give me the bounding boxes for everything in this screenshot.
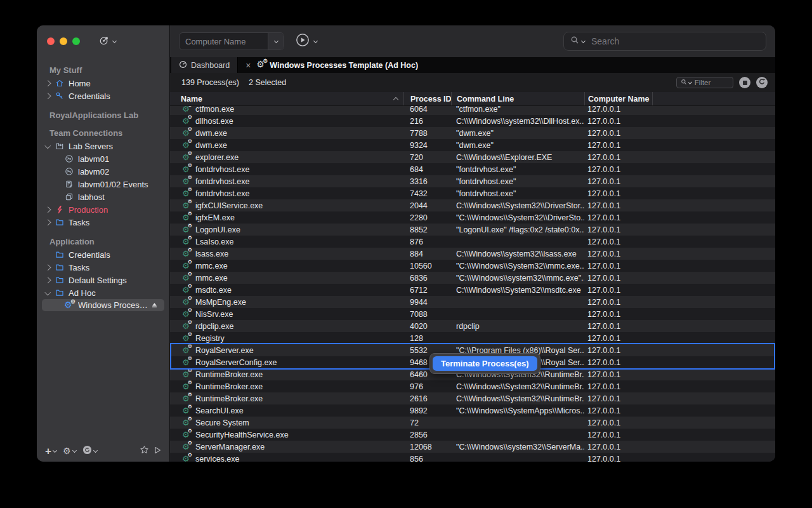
sidebar-item-ad-hoc[interactable]: Ad Hoc [37,286,169,299]
sync-menu-button[interactable] [82,445,97,457]
process-name: fontdrvhost.exe [195,165,249,174]
table-row[interactable]: ⚙⚙SecurityHealthService.exe2856127.0.0.1 [170,429,775,441]
cell-computer-name: 127.0.0.1 [584,224,653,236]
sidebar-item-home[interactable]: Home [37,77,169,90]
table-row[interactable]: ⚙⚙dwm.exe9324"dwm.exe"127.0.0.1 [170,139,775,151]
table-row[interactable]: ⚙⚙SearchUI.exe9892"C:\\Windows\\SystemAp… [170,404,775,417]
table-row[interactable]: ⚙⚙RuntimeBroker.exe2616C:\\Windows\\Syst… [170,392,775,404]
zoom-window-button[interactable] [72,37,80,45]
close-window-button[interactable] [47,37,55,45]
chevron-right-icon[interactable] [46,278,54,283]
settings-menu-button[interactable]: ⚙ [63,446,76,456]
sidebar-item-credentials[interactable]: Credentials [37,248,169,261]
table-row[interactable]: ⚙⚙fontdrvhost.exe684"fontdrvhost.exe"127… [170,163,775,175]
table-row[interactable]: ⚙⚙dllhost.exe216C:\\Windows\\system32\\D… [170,115,775,127]
table-row[interactable]: ⚙⚙ServerManager.exe12068"C:\\Windows\\sy… [170,441,775,453]
column-header-command-line[interactable]: Command Line [451,92,584,105]
chevron-right-icon[interactable] [46,220,54,225]
sidebar-item-labvm02[interactable]: labvm02 [37,165,169,178]
cell-process-id: 720 [403,151,451,163]
cell-computer-name: 127.0.0.1 [584,404,653,417]
table-row[interactable]: ⚙⚙NisSrv.exe7088127.0.0.1 [170,308,775,320]
cell-filler [653,356,775,368]
minimize-window-button[interactable] [60,37,67,45]
sidebar-footer: + ⚙ [45,445,162,457]
quick-connect-button[interactable] [99,35,116,48]
table-row[interactable]: ⚙⚙lsass.exe884C:\\Windows\\system32\\lsa… [170,248,775,260]
table-row[interactable]: ⚙⚙mmc.exe6836"C:\\Windows\\system32\\mmc… [170,272,775,284]
table-row[interactable]: ⚙⚙dwm.exe7788"dwm.exe"127.0.0.1 [170,127,775,139]
close-tab-icon[interactable]: × [246,60,251,70]
column-header-process-id[interactable]: Process ID [403,92,451,105]
sidebar-item-lab-servers[interactable]: Lab Servers [37,140,169,152]
chevron-right-icon[interactable] [46,94,54,98]
table-row[interactable]: ⚙⚙mmc.exe10560"C:\\Windows\\System32\\mm… [170,260,775,272]
table-row[interactable]: ⚙⚙rdpclip.exe4020rdpclip127.0.0.1 [170,320,775,332]
favorites-button[interactable] [140,445,149,457]
plus-icon: + [45,447,51,456]
search-field[interactable] [563,32,766,51]
cell-command-line: C:\\Windows\\System32\\RuntimeBr... [451,392,584,404]
table-row[interactable]: ⚙⚙MsMpEng.exe9944127.0.0.1 [170,296,775,308]
table-row[interactable]: ⚙⚙LogonUI.exe8852"LogonUI.exe" /flags:0x… [170,224,775,236]
table-row[interactable]: ⚙⚙Secure System72127.0.0.1 [170,417,775,429]
filter-input[interactable] [693,78,729,87]
table-row[interactable]: ⚙⚙msdtc.exe6712C:\\Windows\\System32\\ms… [170,284,775,296]
combobox-dropdown-button[interactable] [268,33,284,50]
table-row[interactable]: ⚙⚙Registry128127.0.0.1 [170,332,775,344]
table-row[interactable]: ⚙⚙fontdrvhost.exe3316"fontdrvhost.exe"12… [170,175,775,187]
table-row[interactable]: ⚙⚙ctfmon.exe6064"ctfmon.exe"127.0.0.1 [170,106,775,115]
execute-split-button[interactable] [296,33,317,50]
process-icon: ⚙⚙ [182,164,191,174]
table-row[interactable]: ⚙⚙services.exe856127.0.0.1 [170,453,775,462]
chevron-down-icon[interactable] [46,291,54,295]
table-row[interactable]: ⚙⚙explorer.exe720C:\\Windows\\Explorer.E… [170,151,775,163]
sidebar-item-tasks[interactable]: Tasks [37,261,169,274]
table-row[interactable]: ⚙⚙LsaIso.exe876127.0.0.1 [170,236,775,248]
table-row[interactable]: ⚙⚙igfxCUIService.exe2044C:\\Windows\\Sys… [170,199,775,211]
sidebar-item-default-settings[interactable]: Default Settings [37,274,169,286]
sidebar-item-labvm01-02-events[interactable]: labvm01/02 Events [37,178,169,190]
table-row[interactable]: ⚙⚙fontdrvhost.exe7432"fontdrvhost.exe"12… [170,187,775,199]
chevron-right-icon[interactable] [46,208,54,212]
refresh-button[interactable] [756,77,768,88]
cell-filler [653,380,775,392]
chevron-right-icon[interactable] [46,81,54,86]
cell-process-id: 12068 [403,441,451,453]
connect-button[interactable] [153,446,162,457]
cell-command-line: C:\\Windows\\System32\\RuntimeBr... [451,380,584,392]
sidebar-item-labvm01[interactable]: labvm01 [37,152,169,165]
tab-windows-processes-template-ad-hoc[interactable]: ×⚙⚙Windows Processes Template (Ad Hoc) [238,57,426,73]
table-row[interactable]: ⚙⚙igfxEM.exe2280"C:\\Windows\\System32\\… [170,211,775,224]
chevron-down-icon[interactable] [46,145,54,148]
terminate-processes-button[interactable]: Terminate Process(es) [433,356,537,371]
process-icon: ⚙⚙ [182,454,191,462]
computer-name-combobox[interactable]: Computer Name [179,32,284,50]
cell-name: ⚙⚙MsMpEng.exe [170,296,403,308]
column-header-computer-name[interactable]: Computer Name [584,92,653,105]
cell-name: ⚙⚙NisSrv.exe [170,308,403,320]
filter-field[interactable] [676,77,733,88]
column-header-name[interactable]: Name [170,92,403,105]
column-header-label: Process ID [410,95,451,104]
search-input[interactable] [590,36,759,47]
sidebar-item-tasks[interactable]: Tasks [37,216,169,229]
sidebar-item-production[interactable]: Production [37,203,169,216]
cell-filler [653,453,775,462]
cell-filler [653,404,775,417]
sidebar-item-labhost[interactable]: labhost [37,190,169,203]
chevron-right-icon[interactable] [46,265,54,270]
cell-computer-name: 127.0.0.1 [584,260,653,272]
add-menu-button[interactable]: + [45,447,56,456]
process-name: dllhost.exe [195,117,233,126]
column-header-label: Computer Name [588,95,650,104]
stop-button[interactable] [739,77,750,88]
table-row[interactable]: ⚙⚙RuntimeBroker.exe976C:\\Windows\\Syste… [170,380,775,392]
tab-dashboard[interactable]: Dashboard [171,57,238,73]
sidebar-item-credentials[interactable]: Credentials [37,90,169,102]
home-icon [54,79,65,88]
process-icon: ⚙⚙ [182,189,191,198]
cell-filler [653,175,775,187]
eject-icon[interactable] [151,302,158,309]
sidebar-item-windows-processe[interactable]: ⚙⚙Windows Processe... [42,299,164,311]
